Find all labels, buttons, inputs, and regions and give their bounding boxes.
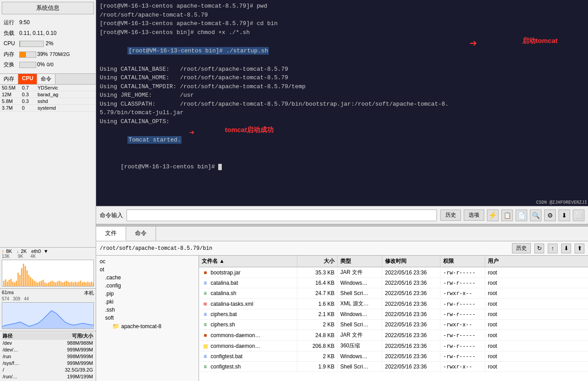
swap-percent: 0% — [37, 60, 45, 70]
fl-col-date-header[interactable]: 修改时间 — [382, 256, 440, 267]
net-dropdown-icon[interactable]: ▼ — [43, 248, 48, 254]
fl-cell-size-7: 206.8 KB — [297, 342, 338, 351]
fl-col-type-header[interactable]: 类型 — [338, 256, 382, 267]
svg-rect-6 — [14, 283, 15, 286]
fl-cell-date-1: 2022/05/16 23:36 — [382, 278, 440, 287]
fl-col-perm-header[interactable]: 权限 — [440, 256, 485, 267]
svg-rect-0 — [3, 281, 4, 286]
fm-history-button[interactable]: 历史 — [512, 243, 531, 253]
fl-row-6[interactable]: ■ commons-daemon… 24.8 KB JAR 文件 2022/05… — [199, 330, 588, 341]
proc-cpu-2: 0.3 — [22, 98, 38, 104]
sh-icon-3: ≡ — [202, 363, 209, 370]
bat-icon-3: ≡ — [202, 353, 209, 360]
svg-rect-18 — [35, 282, 37, 286]
sh-icon-2: ≡ — [202, 321, 209, 328]
copy-icon-btn[interactable]: 📋 — [501, 210, 513, 221]
term-line: [root@VM-16-13-centos bin]# chmod +x ./*… — [100, 28, 584, 37]
fl-cell-user-9: root — [485, 362, 512, 371]
swap-bar-bg — [19, 62, 36, 68]
settings-icon-btn[interactable]: ⚙ — [544, 210, 556, 221]
history-button[interactable]: 历史 — [440, 210, 461, 221]
cpu-bar-bg — [19, 41, 44, 47]
tree-item-config[interactable]: .config — [96, 282, 199, 290]
tab-cmd[interactable]: 命令 — [37, 74, 55, 84]
fl-col-user-header[interactable]: 用户 — [485, 256, 512, 267]
tree-item-pki[interactable]: .pki — [96, 298, 199, 306]
fl-header: 文件名 ▲ 大小 类型 修改时间 权限 用户 — [199, 256, 588, 267]
fl-row-1[interactable]: ≡ catalina.bat 16.4 KB Windows… 2022/05/… — [199, 278, 588, 288]
fl-cell-date-2: 2022/05/16 23:36 — [382, 289, 440, 298]
fm-refresh-icon[interactable]: ↻ — [534, 244, 544, 253]
fl-cell-date-4: 2022/05/16 23:36 — [382, 310, 440, 319]
fl-row-5[interactable]: ≡ ciphers.sh 2 KB Shell Scri… 2022/05/16… — [199, 320, 588, 330]
disk-row: /dev/… 999M/999M — [2, 347, 94, 353]
tab-commands[interactable]: 命令 — [126, 227, 156, 241]
cmd-input-field[interactable] — [127, 210, 437, 221]
search-icon-btn[interactable]: 🔍 — [530, 210, 541, 221]
tree-item-cache[interactable]: .cache — [96, 274, 199, 282]
proc-cpu-3: 0 — [22, 105, 38, 111]
disk-row: /sys/f… 999M/999M — [2, 360, 94, 367]
net-iface: eth0 — [31, 248, 41, 254]
fl-row-8[interactable]: ≡ configtest.bat 2 KB Windows… 2022/05/1… — [199, 351, 588, 362]
svg-rect-20 — [39, 282, 40, 286]
fl-row-9[interactable]: ≡ configtest.sh 1.9 KB Shell Scri… 2022/… — [199, 362, 588, 372]
term-line: Using CLASSPATH: /root/soft/apache-tomca… — [100, 100, 584, 109]
network-section: ↑ 8K ↓ 2K eth0 ▼ 13K9K4K — [0, 247, 96, 288]
fl-row-2[interactable]: ≡ catalina.sh 24.7 KB Shell Scri… 2022/0… — [199, 288, 588, 299]
net-graph — [2, 260, 94, 287]
disk-col-size: 可用/大小 — [72, 333, 93, 339]
window-icon-btn[interactable]: ⬜ — [573, 210, 584, 221]
runtime-value: 9:50 — [19, 18, 30, 28]
tree-item-tomcat[interactable]: 📁 apache-tomcat-8 — [96, 322, 199, 330]
download-icon-btn[interactable]: ⬇ — [558, 210, 570, 221]
bat-icon: ≡ — [202, 279, 209, 287]
proc-name-2: sshd — [38, 98, 94, 104]
tree-item-pip[interactable]: .pip — [96, 290, 199, 298]
right-panel: [root@VM-16-13-centos apache-tomcat-8.5.… — [96, 0, 588, 381]
tree-item-oc[interactable]: oc — [96, 257, 199, 265]
options-button[interactable]: 选项 — [464, 210, 484, 221]
fl-cell-name-1: ≡ catalina.bat — [199, 278, 297, 288]
tree-item-ssh[interactable]: .ssh — [96, 306, 199, 314]
lightning-icon-btn[interactable]: ⚡ — [487, 210, 499, 221]
fl-row-7[interactable]: ▦ commons-daemon… 206.8 KB 360压缩 2022/05… — [199, 341, 588, 351]
svg-rect-3 — [8, 280, 10, 286]
tab-files[interactable]: 文件 — [96, 227, 126, 241]
fm-up-icon[interactable]: ↑ — [548, 244, 558, 253]
fl-row-0[interactable]: ■ bootstrap.jar 35.3 KB JAR 文件 2022/05/1… — [199, 267, 588, 278]
fl-row-3[interactable]: ≋ catalina-tasks.xml 1.6 KB XML 源文… 2022… — [199, 299, 588, 309]
fl-col-name-header[interactable]: 文件名 ▲ — [199, 256, 297, 267]
svg-rect-34 — [64, 282, 65, 286]
fl-row-4[interactable]: ≡ ciphers.bat 2.1 KB Windows… 2022/05/16… — [199, 309, 588, 320]
svg-rect-7 — [16, 281, 17, 286]
tree-item-soft[interactable]: soft — [96, 314, 199, 322]
disk-row: /run/… 199M/199M — [2, 373, 94, 380]
fl-cell-name-3: ≋ catalina-tasks.xml — [199, 299, 297, 309]
cpu-value: 2% — [46, 39, 53, 49]
fl-cell-date-5: 2022/05/16 23:36 — [382, 320, 440, 329]
fm-upload-icon[interactable]: ⬆ — [575, 244, 584, 253]
term-line-prompt: [root@VM-16-13-centos bin]# — [100, 154, 584, 180]
svg-rect-45 — [84, 282, 85, 286]
swap-value: 0/0 — [47, 60, 53, 69]
tab-cpu[interactable]: CPU — [18, 74, 37, 84]
tomcat-started-container: Tomcat started. ➔ tomcat启动成功 — [100, 127, 584, 153]
svg-rect-1 — [5, 279, 6, 286]
arrow-icon-1: ➔ — [470, 38, 477, 48]
term-line: [root@VM-16-13-centos apache-tomcat-8.5.… — [100, 2, 584, 11]
fm-download-icon[interactable]: ⬇ — [561, 244, 571, 253]
svg-rect-35 — [66, 281, 67, 286]
process-item[interactable]: 50.5M 0.7 YDServic — [0, 85, 96, 91]
terminal[interactable]: [root@VM-16-13-centos apache-tomcat-8.5.… — [96, 0, 588, 206]
fl-col-size-header[interactable]: 大小 — [297, 256, 338, 267]
term-line: Using CATALINA_HOME: /root/soft/apache-t… — [100, 73, 584, 82]
process-item[interactable]: 3.7M 0 systemd — [0, 105, 96, 111]
fl-cell-size-3: 1.6 KB — [297, 300, 338, 308]
process-item[interactable]: 5.8M 0.3 sshd — [0, 98, 96, 105]
process-item[interactable]: 12M 0.3 barad_ag — [0, 91, 96, 98]
cpu-row: CPU 2% — [4, 39, 92, 49]
tree-item-ot[interactable]: ot — [96, 265, 199, 274]
tab-mem[interactable]: 内存 — [0, 74, 18, 84]
paste-icon-btn[interactable]: 📄 — [516, 210, 527, 221]
